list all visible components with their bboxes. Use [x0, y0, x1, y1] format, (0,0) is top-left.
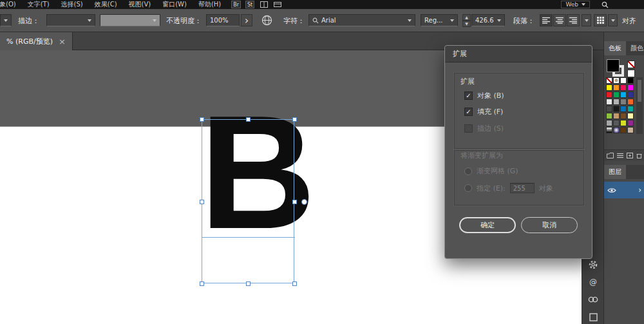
menu-item[interactable]: 文字(T)	[22, 0, 55, 9]
swatch[interactable]	[620, 77, 627, 84]
layer-expand-chevron[interactable]: ›	[638, 186, 641, 195]
none-swatch[interactable]	[627, 61, 635, 68]
gear-icon[interactable]	[587, 259, 599, 271]
object-checkbox[interactable]: ✓	[464, 91, 473, 100]
swatch[interactable]	[606, 77, 612, 84]
font-style-dropdown[interactable]: Reg...	[421, 14, 458, 26]
align-left-button[interactable]	[540, 14, 553, 26]
swatch[interactable]	[620, 91, 627, 98]
layer-row-selected[interactable]: ›	[604, 182, 644, 198]
fill-checkbox[interactable]: ✓	[464, 108, 473, 116]
cc-libraries-icon[interactable]: @	[587, 276, 599, 288]
glyph-grid-icon[interactable]	[594, 14, 607, 26]
tab-swatches[interactable]: 色板	[604, 41, 626, 55]
artboards-icon[interactable]	[587, 311, 599, 323]
stock-button[interactable]: St	[245, 1, 254, 8]
swatches-scrollbar[interactable]	[636, 77, 643, 134]
links-icon[interactable]	[587, 294, 599, 305]
swatch[interactable]	[620, 120, 627, 126]
paragraph-flyout-button[interactable]	[582, 14, 591, 26]
stepper-down-icon[interactable]: ▼	[462, 21, 471, 27]
character-label: 字符：	[283, 16, 305, 26]
swatch[interactable]	[627, 113, 634, 119]
document-setup-icon[interactable]	[261, 15, 272, 26]
swatch[interactable]	[613, 120, 620, 126]
text-outport-handle[interactable]	[301, 199, 307, 205]
new-swatch-icon[interactable]	[627, 153, 633, 158]
scrollbar-thumb[interactable]	[638, 80, 641, 102]
align-right-button[interactable]	[567, 14, 580, 26]
swatch[interactable]	[613, 127, 620, 133]
swatch[interactable]	[606, 99, 612, 105]
selection-handle[interactable]	[200, 117, 204, 122]
swatch[interactable]	[627, 99, 634, 105]
swatch-kinds-icon[interactable]	[617, 153, 623, 158]
swatch[interactable]	[606, 84, 612, 91]
menu-item[interactable]: 象(O)	[0, 0, 22, 9]
font-size-stepper[interactable]: ▲▼	[462, 14, 471, 26]
fill-proxy[interactable]	[607, 59, 620, 72]
document-tab[interactable]: % (RGB/预览) ×	[0, 32, 73, 50]
swatch[interactable]	[627, 127, 634, 133]
swatch-libraries-icon[interactable]	[607, 153, 614, 158]
tab-layers[interactable]: 图层	[604, 165, 626, 179]
swatch[interactable]	[627, 106, 634, 112]
close-icon[interactable]: ×	[59, 37, 66, 46]
workspace-switcher[interactable]: Web	[561, 1, 590, 8]
swatch[interactable]	[613, 91, 620, 98]
selection-handle[interactable]	[292, 281, 297, 286]
menu-item[interactable]: 窗口(W)	[156, 0, 193, 9]
screen-mode-icon[interactable]	[274, 1, 281, 8]
selection-handle[interactable]	[200, 200, 204, 204]
tab-color[interactable]: 颜色	[626, 41, 644, 55]
white-swatch[interactable]	[627, 70, 635, 77]
swatch[interactable]	[627, 120, 634, 126]
selection-handle[interactable]	[200, 281, 204, 286]
eye-icon[interactable]	[607, 187, 616, 193]
swatch[interactable]	[606, 120, 612, 126]
swatch[interactable]	[613, 84, 620, 91]
swatch[interactable]	[613, 106, 620, 112]
menu-item[interactable]: 选择(S)	[55, 0, 89, 9]
selection-handle[interactable]	[292, 117, 297, 122]
swatch[interactable]	[620, 99, 627, 105]
grid-flyout-button[interactable]	[608, 14, 618, 26]
ok-button[interactable]: 确定	[459, 217, 516, 233]
swatch[interactable]	[606, 127, 612, 133]
font-family-field[interactable]: Arial	[308, 14, 415, 26]
swatch[interactable]	[627, 91, 634, 98]
menu-item[interactable]: 帮助(H)	[193, 0, 227, 9]
partial-dropdown[interactable]	[0, 14, 12, 26]
font-size-field[interactable]: 426.6	[471, 14, 505, 26]
swatch[interactable]	[606, 106, 612, 112]
menubar-items: 象(O)文字(T)选择(S)效果(C)视图(V)窗口(W)帮助(H)	[0, 0, 227, 9]
opacity-field[interactable]: 100%	[206, 14, 240, 26]
opacity-flyout-button[interactable]: ›	[241, 14, 252, 26]
variable-width-profile-dropdown[interactable]	[100, 14, 160, 26]
selection-handle[interactable]	[246, 117, 251, 122]
swatch[interactable]	[627, 77, 634, 84]
arrange-documents-icon[interactable]	[260, 1, 268, 8]
menu-item[interactable]: 效果(C)	[89, 0, 123, 9]
selection-handle[interactable]	[292, 200, 297, 204]
menu-item[interactable]: 视图(V)	[123, 0, 157, 9]
search-icon[interactable]	[601, 1, 609, 8]
selection-handle[interactable]	[246, 281, 251, 286]
swatch[interactable]	[613, 99, 620, 105]
swatch[interactable]	[620, 113, 627, 119]
swatch[interactable]	[627, 84, 634, 91]
swatch[interactable]	[620, 127, 627, 133]
swatch[interactable]	[620, 84, 627, 91]
delete-swatch-icon[interactable]	[636, 153, 642, 158]
dialog-titlebar[interactable]: 扩展	[445, 46, 592, 62]
stepper-up-icon[interactable]: ▲	[462, 14, 471, 21]
stroke-weight-dropdown[interactable]	[46, 14, 95, 26]
swatch[interactable]	[620, 106, 627, 112]
align-center-button[interactable]	[553, 14, 566, 26]
swatch[interactable]	[606, 113, 612, 119]
swatch[interactable]	[606, 91, 612, 98]
swatch[interactable]	[613, 113, 620, 119]
bridge-button[interactable]: Br	[231, 1, 241, 8]
cancel-button[interactable]: 取消	[521, 217, 578, 233]
swatch[interactable]: ⊕	[613, 77, 620, 84]
